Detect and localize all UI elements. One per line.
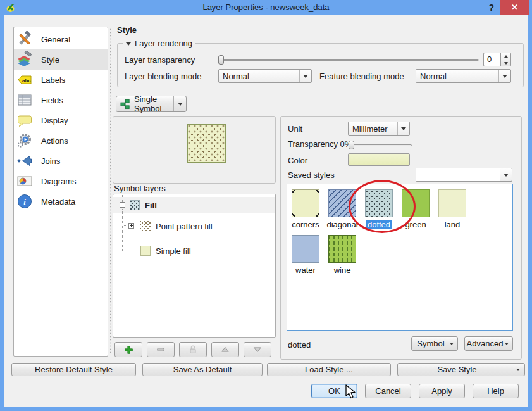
lock-symbol-layer-button[interactable] xyxy=(179,342,207,357)
page-title: Style xyxy=(117,25,137,35)
remove-symbol-layer-button[interactable] xyxy=(147,342,175,357)
style-label-corners[interactable]: corners xyxy=(287,220,324,229)
load-style-button[interactable]: Load Style ... xyxy=(267,363,391,376)
sidebar-item-style[interactable]: Style xyxy=(14,49,108,70)
move-up-button[interactable] xyxy=(211,342,239,357)
help-button[interactable]: Help xyxy=(473,384,519,398)
chevron-down-icon xyxy=(500,168,512,181)
saved-styles-value xyxy=(416,168,500,181)
sidebar-item-label: Diagrams xyxy=(41,177,77,186)
layer-transparency-spinbox[interactable]: 0 xyxy=(483,53,501,66)
sidebar-item-display[interactable]: Display xyxy=(14,110,108,130)
tree-collapse-expander[interactable] xyxy=(120,202,125,208)
saved-styles-label: Saved styles xyxy=(288,170,335,180)
triangle-up-icon xyxy=(220,345,230,355)
renderer-select-button[interactable]: Single Symbol xyxy=(116,96,187,112)
restore-default-style-button[interactable]: Restore Default Style xyxy=(11,363,136,376)
window-title: Layer Properties - newsweek_data xyxy=(0,0,532,15)
symbol-transparency-slider-handle[interactable] xyxy=(349,141,354,149)
selected-style-name: dotted xyxy=(288,340,311,350)
collapse-triangle-icon xyxy=(126,42,131,46)
layer-transparency-slider[interactable] xyxy=(218,59,479,61)
spin-up-button[interactable] xyxy=(501,53,510,60)
layer-transparency-label: Layer transparency xyxy=(125,55,195,65)
sidebar-item-general[interactable]: General xyxy=(14,29,108,49)
layer-rendering-legend[interactable]: Layer rendering xyxy=(123,39,195,49)
tree-item-point-pattern-fill[interactable]: Point pattern fill xyxy=(156,222,213,231)
cancel-button[interactable]: Cancel xyxy=(365,384,411,398)
saved-styles-select[interactable] xyxy=(416,168,512,182)
color-picker-button[interactable] xyxy=(348,153,410,166)
style-swatch-dotted[interactable] xyxy=(365,189,393,217)
sidebar-item-diagrams[interactable]: Diagrams xyxy=(14,171,108,191)
chevron-down-icon xyxy=(450,343,454,345)
style-swatch-wine[interactable] xyxy=(328,235,356,263)
sidebar-item-fields[interactable]: Fields xyxy=(14,90,108,110)
feature-blending-label: Feature blending mode xyxy=(319,72,404,81)
chevron-down-icon xyxy=(498,70,510,82)
layer-properties-dialog: Layer Properties - newsweek_data ? ✕ Gen… xyxy=(0,0,532,411)
tree-branch-line xyxy=(122,195,123,202)
style-swatch-corners[interactable] xyxy=(292,189,319,217)
advanced-menu-button[interactable]: Advanced xyxy=(464,336,513,351)
tree-expand-expander[interactable] xyxy=(128,223,134,229)
color-label: Color xyxy=(288,156,307,165)
sidebar: General Style abc Labels Field xyxy=(13,27,108,357)
layer-transparency-slider-handle[interactable] xyxy=(218,55,224,65)
table-icon xyxy=(16,92,33,108)
point-pattern-fill-icon xyxy=(140,221,151,231)
tree-item-fill[interactable]: Fill xyxy=(145,201,157,210)
tree-item-simple-fill[interactable]: Simple fill xyxy=(156,246,191,256)
help-titlebar-button[interactable]: ? xyxy=(488,0,494,15)
advanced-menu-label: Advanced xyxy=(465,339,505,348)
single-symbol-icon xyxy=(120,99,131,110)
svg-text:abc: abc xyxy=(22,78,31,84)
style-label-water[interactable]: water xyxy=(287,265,324,275)
chevron-down-icon xyxy=(516,369,520,371)
style-label-dotted[interactable]: dotted xyxy=(361,220,397,229)
chevron-down-icon xyxy=(173,96,186,111)
style-label-diagonal[interactable]: diagonal xyxy=(324,220,361,229)
style-swatch-land[interactable] xyxy=(438,189,466,217)
style-swatch-diagonal[interactable] xyxy=(328,189,356,217)
save-style-button[interactable]: Save Style xyxy=(397,363,525,376)
unit-select[interactable]: Millimeter xyxy=(348,122,410,136)
layer-blending-label: Layer blending mode xyxy=(125,72,201,81)
apply-button[interactable]: Apply xyxy=(419,384,465,398)
sidebar-item-label: Metadata xyxy=(41,197,75,206)
close-button[interactable]: ✕ xyxy=(500,0,529,15)
style-swatch-green[interactable] xyxy=(402,189,430,217)
saved-styles-list[interactable] xyxy=(287,184,513,331)
feature-blending-select[interactable]: Normal xyxy=(416,69,511,83)
chevron-down-icon xyxy=(505,343,509,345)
tree-branch-line xyxy=(122,209,123,251)
spin-up-icon xyxy=(504,55,508,58)
style-swatch-water[interactable] xyxy=(292,235,319,263)
style-label-land[interactable]: land xyxy=(434,220,471,229)
triangle-down-icon xyxy=(252,345,263,355)
feature-blending-value: Normal xyxy=(416,72,498,81)
add-symbol-layer-button[interactable] xyxy=(114,342,142,357)
splitter-handle[interactable] xyxy=(109,28,112,355)
sidebar-item-actions[interactable]: Actions xyxy=(14,130,108,151)
sidebar-item-labels[interactable]: abc Labels xyxy=(14,70,108,90)
layer-blending-select[interactable]: Normal xyxy=(218,69,312,83)
spin-down-button[interactable] xyxy=(501,60,510,66)
symbol-transparency-slider[interactable] xyxy=(349,144,412,146)
style-label-wine[interactable]: wine xyxy=(324,265,361,275)
simple-fill-icon xyxy=(140,246,151,256)
plus-icon xyxy=(124,345,133,355)
layer-rendering-legend-label: Layer rendering xyxy=(135,39,192,49)
titlebar[interactable]: Layer Properties - newsweek_data ? ✕ xyxy=(0,0,532,15)
move-down-button[interactable] xyxy=(244,342,271,357)
speech-bubble-icon xyxy=(16,112,33,129)
sidebar-item-joins[interactable]: Joins xyxy=(14,151,108,171)
ok-button[interactable]: OK xyxy=(311,384,357,398)
save-as-default-button[interactable]: Save As Default xyxy=(142,363,263,376)
sidebar-item-metadata[interactable]: i Metadata xyxy=(14,191,108,212)
style-label-green[interactable]: green xyxy=(397,220,434,229)
symbol-menu-button[interactable]: Symbol xyxy=(411,336,458,351)
tree-branch-line xyxy=(123,251,138,251)
sidebar-item-label: Display xyxy=(41,116,68,125)
info-icon: i xyxy=(16,193,33,210)
